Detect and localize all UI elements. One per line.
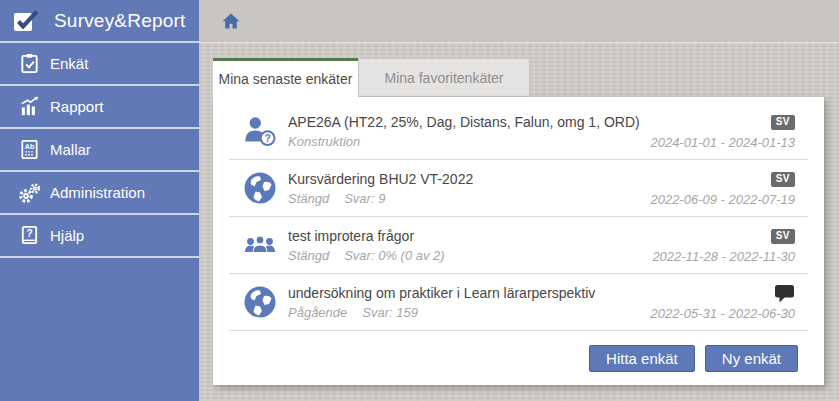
survey-title[interactable]: test improtera frågor [288,228,652,244]
sidebar-item-label: Hjälp [50,227,84,244]
survey-list-item[interactable]: test improtera frågor Stängd Svar: 0% (0… [229,217,808,274]
globe-icon [243,284,277,320]
survey-title[interactable]: undersökning om praktiker i Learn lärarp… [288,285,650,301]
comment-icon [774,284,795,303]
language-badge: SV [771,229,795,244]
survey-responses: Svar: 9 [344,191,385,206]
language-badge: SV [771,172,795,187]
sidebar-item-enkat[interactable]: Enkät [0,43,199,86]
survey-info: undersökning om praktiker i Learn lärarp… [288,285,650,320]
person-question-icon: ? [243,113,277,149]
help-book-icon: ? [16,224,42,247]
survey-meta: 2022-05-31 - 2022-06-30 [650,284,795,321]
main-panel: Mina senaste enkäter Mina favoritenkäter… [213,58,824,385]
sidebar-item-rapport[interactable]: Rapport [0,86,199,129]
svg-text:?: ? [26,227,32,239]
gears-icon [16,181,42,205]
survey-subtitle: Stängd Svar: 9 [288,191,650,206]
clipboard-check-icon [16,52,42,75]
sidebar: Survey&Report Enkät [0,0,199,401]
survey-status: Stängd [288,248,329,263]
survey-list-item[interactable]: ? APE26A (HT22, 25%, Dag, Distans, Falun… [229,103,808,160]
sidebar-item-administration[interactable]: Administration [0,172,199,215]
sidebar-nav: Enkät Rapport Ab [0,43,199,258]
sidebar-item-mallar[interactable]: Ab Mallar [0,129,199,172]
tab-label: Mina favoritenkäter [384,70,503,86]
survey-list-item[interactable]: Kursvärdering BHU2 VT-2022 Stängd Svar: … [229,160,808,217]
survey-meta: SV 2022-11-28 - 2022-11-30 [652,227,795,264]
tabs: Mina senaste enkäter Mina favoritenkäter [213,58,824,97]
group-icon [243,227,277,263]
survey-dates: 2022-11-28 - 2022-11-30 [652,249,795,264]
survey-responses: Svar: 0% (0 av 2) [344,248,444,263]
survey-meta: SV 2024-01-01 - 2024-01-13 [650,113,795,150]
badge-line: SV [650,113,795,132]
survey-status: Stängd [288,191,329,206]
tab-favorites[interactable]: Mina favoritenkäter [358,58,530,97]
survey-dates: 2024-01-01 - 2024-01-13 [650,135,795,150]
home-icon[interactable] [222,13,240,29]
survey-info: test improtera frågor Stängd Svar: 0% (0… [288,228,652,263]
report-chart-icon [16,95,42,118]
survey-dates: 2022-06-09 - 2022-07-19 [650,192,795,207]
template-document-icon: Ab [16,138,42,161]
sidebar-item-label: Mallar [50,141,91,158]
app-title: Survey&Report [54,10,185,32]
survey-info: APE26A (HT22, 25%, Dag, Distans, Falun, … [288,114,650,149]
svg-text:?: ? [264,133,270,144]
sidebar-item-label: Administration [50,184,145,201]
survey-meta: SV 2022-06-09 - 2022-07-19 [650,170,795,207]
survey-title[interactable]: Kursvärdering BHU2 VT-2022 [288,171,650,187]
tab-recent[interactable]: Mina senaste enkäter [213,58,358,97]
globe-icon [243,170,277,206]
sidebar-item-hjalp[interactable]: ? Hjälp [0,215,199,258]
sidebar-item-label: Rapport [50,98,103,115]
topbar [199,0,839,43]
badge-line: SV [652,227,795,246]
survey-status: Konstruktion [288,134,360,149]
survey-list-item[interactable]: undersökning om praktiker i Learn lärarp… [229,274,808,331]
new-survey-button[interactable]: Ny enkät [705,345,798,372]
app-home-link[interactable]: Survey&Report [0,0,199,43]
tab-label: Mina senaste enkäter [219,71,353,87]
app-window: Survey&Report Enkät [0,0,839,401]
find-survey-button[interactable]: Hitta enkät [589,345,695,372]
panel-body: ? APE26A (HT22, 25%, Dag, Distans, Falun… [213,97,824,385]
survey-title[interactable]: APE26A (HT22, 25%, Dag, Distans, Falun, … [288,114,650,130]
survey-subtitle: Pågående Svar: 159 [288,305,650,320]
survey-info: Kursvärdering BHU2 VT-2022 Stängd Svar: … [288,171,650,206]
svg-text:Ab: Ab [24,143,34,151]
sidebar-item-label: Enkät [50,55,88,72]
badge-line [650,284,795,303]
survey-dates: 2022-05-31 - 2022-06-30 [650,306,795,321]
action-bar: Hitta enkät Ny enkät [213,331,824,372]
survey-subtitle: Konstruktion [288,134,650,149]
survey-status: Pågående [288,305,347,320]
survey-responses: Svar: 159 [362,305,418,320]
language-badge: SV [771,115,795,130]
badge-line: SV [650,170,795,189]
survey-list: ? APE26A (HT22, 25%, Dag, Distans, Falun… [229,97,808,331]
survey-subtitle: Stängd Svar: 0% (0 av 2) [288,248,652,263]
checkbox-logo-icon [12,7,39,34]
